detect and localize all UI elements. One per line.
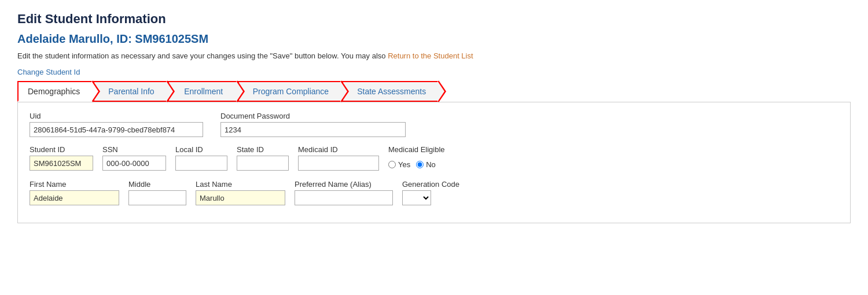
local-id-input[interactable] (175, 156, 227, 171)
page-title: Edit Student Information (17, 12, 851, 27)
medicaid-eligible-radios: Yes No (388, 157, 445, 172)
medicaid-yes-radio[interactable] (388, 161, 396, 168)
medicaid-no-text: No (426, 160, 436, 169)
medicaid-id-input[interactable] (298, 156, 379, 171)
doc-password-input[interactable] (220, 122, 406, 137)
tab-parental-info-label: Parental Info (108, 87, 154, 96)
medicaid-eligible-label: Medicaid Eligible (388, 145, 445, 154)
local-id-label: Local ID (175, 145, 227, 154)
medicaid-id-label: Medicaid ID (298, 145, 379, 154)
middle-group: Middle (128, 180, 186, 205)
student-id-input[interactable] (30, 156, 93, 171)
tab-parental-info[interactable]: Parental Info (93, 81, 167, 102)
tab-enrollment[interactable]: Enrollment (168, 81, 237, 102)
tab-program-compliance-label: Program Compliance (253, 87, 329, 96)
doc-password-group: Document Password (220, 112, 406, 137)
last-name-group: Last Name (196, 180, 285, 205)
return-to-list-link[interactable]: Return to the Student List (388, 51, 473, 60)
tab-demographics-label: Demographics (28, 87, 80, 96)
middle-input[interactable] (128, 190, 186, 205)
tabs-container: Demographics Parental Info Enrollment Pr… (17, 81, 851, 102)
ssn-input[interactable] (102, 156, 166, 171)
doc-password-label: Document Password (220, 112, 406, 120)
state-id-label: State ID (237, 145, 289, 154)
change-student-id-link[interactable]: Change Student Id (17, 68, 80, 76)
student-name: Adelaide Marullo, ID: SM961025SM (17, 32, 851, 46)
tab-state-assessments-label: State Assessments (357, 87, 426, 96)
student-id-group: Student ID (30, 145, 93, 171)
medicaid-no-label[interactable]: No (416, 160, 436, 169)
last-name-input[interactable] (196, 190, 285, 205)
generation-code-select[interactable]: Jr Sr II III IV (402, 190, 431, 205)
uid-doc-row: Uid Document Password (30, 112, 838, 137)
state-id-group: State ID (237, 145, 289, 171)
medicaid-eligible-group: Medicaid Eligible Yes No (388, 145, 445, 172)
tab-program-compliance[interactable]: Program Compliance (238, 81, 342, 102)
ids-row: Student ID SSN Local ID State ID Medicai… (30, 145, 838, 172)
tab-demographics[interactable]: Demographics (17, 81, 93, 102)
names-row: First Name Middle Last Name Preferred Na… (30, 180, 838, 205)
generation-code-group: Generation Code Jr Sr II III IV (402, 180, 459, 205)
student-id-label: Student ID (30, 145, 93, 154)
description-row: Edit the student information as necessar… (17, 51, 851, 60)
state-id-input[interactable] (237, 156, 289, 171)
preferred-name-input[interactable] (295, 190, 393, 205)
page-container: Edit Student Information Adelaide Marull… (0, 0, 868, 295)
ssn-label: SSN (102, 145, 166, 154)
first-name-group: First Name (30, 180, 119, 205)
preferred-name-group: Preferred Name (Alias) (295, 180, 393, 205)
description-text: Edit the student information as necessar… (17, 51, 386, 60)
first-name-input[interactable] (30, 190, 119, 205)
preferred-name-label: Preferred Name (Alias) (295, 180, 393, 189)
uid-input[interactable] (30, 122, 203, 137)
medicaid-id-group: Medicaid ID (298, 145, 379, 171)
medicaid-yes-text: Yes (398, 160, 410, 169)
first-name-label: First Name (30, 180, 119, 189)
uid-group: Uid (30, 112, 203, 137)
generation-code-label: Generation Code (402, 180, 459, 189)
local-id-group: Local ID (175, 145, 227, 171)
tab-enrollment-label: Enrollment (184, 87, 223, 96)
ssn-group: SSN (102, 145, 166, 171)
middle-label: Middle (128, 180, 186, 189)
medicaid-yes-label[interactable]: Yes (388, 160, 410, 169)
tab-state-assessments[interactable]: State Assessments (342, 81, 439, 102)
last-name-label: Last Name (196, 180, 285, 189)
content-panel: Uid Document Password Student ID SSN Loc… (17, 102, 851, 223)
uid-label: Uid (30, 112, 203, 120)
medicaid-no-radio[interactable] (416, 161, 424, 168)
